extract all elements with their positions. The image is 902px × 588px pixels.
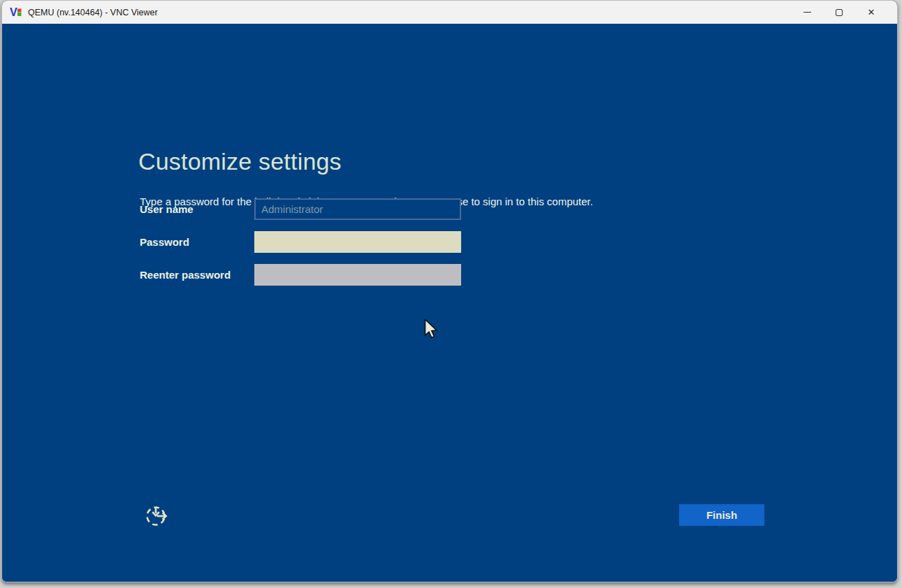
username-label: User name (140, 203, 194, 215)
close-button[interactable]: ✕ (855, 1, 887, 24)
username-input[interactable] (254, 198, 461, 220)
ease-of-access-button[interactable] (143, 502, 170, 529)
oobe-screen: Customize settings Type a password for t… (2, 24, 897, 582)
window-controls: ✕ (791, 1, 887, 24)
maximize-icon (836, 9, 843, 16)
close-icon: ✕ (868, 8, 875, 17)
password-input[interactable] (254, 231, 461, 253)
finish-button[interactable]: Finish (679, 504, 764, 526)
mouse-cursor-icon (424, 318, 439, 339)
titlebar[interactable]: V QEMU (nv.140464) - VNC Viewer ✕ (2, 1, 897, 24)
reenter-password-input[interactable] (254, 264, 461, 286)
vnc-logo-icon: V (10, 6, 22, 19)
vnc-viewer-window: V QEMU (nv.140464) - VNC Viewer ✕ Custom… (1, 0, 898, 582)
minimize-button[interactable] (791, 1, 823, 24)
minimize-icon (803, 12, 811, 13)
password-label: Password (140, 236, 189, 248)
reenter-password-label: Reenter password (140, 269, 231, 281)
svg-text:V: V (10, 6, 17, 18)
window-title: QEMU (nv.140464) - VNC Viewer (28, 8, 158, 17)
maximize-button[interactable] (823, 1, 855, 24)
page-title: Customize settings (138, 148, 342, 175)
ease-of-access-icon (143, 502, 170, 529)
